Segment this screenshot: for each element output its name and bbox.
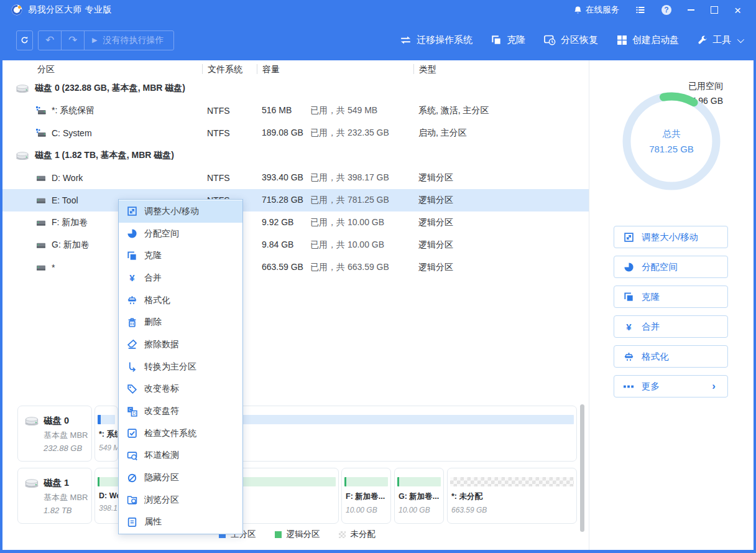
table-row-f-volume[interactable]: F: 新加卷 9.92 GB已用，共 10.00 GB 逻辑分区 [2, 211, 589, 234]
titlebar: 易我分区大师 专业版 在线服务 ? × [0, 0, 756, 20]
diskmap-partition-f-volume[interactable]: F: 新加卷... 10.00 GB [341, 468, 391, 524]
legend-label: 未分配 [351, 529, 376, 540]
table-row-d-work[interactable]: D: Work NTFS 393.40 GB已用，共 398.17 GB 逻辑分… [2, 167, 589, 189]
partition-label: G: 新加卷... [399, 491, 443, 502]
explore-partition-icon [127, 495, 137, 505]
toolbar: ↶ ↷ ▶ 没有待执行操作 迁移操作系统 克隆 分区恢复 [0, 20, 756, 60]
partition-recovery-button[interactable]: 分区恢复 [544, 34, 598, 46]
format-icon [624, 351, 634, 362]
undo-icon: ↶ [45, 34, 54, 47]
sidebar-merge-button[interactable]: ¥ 合并 [614, 315, 728, 338]
online-service-label: 在线服务 [586, 4, 619, 16]
menu-item-format[interactable]: 格式化 [119, 289, 242, 312]
table-row-unallocated[interactable]: * 663.59 GB已用，共 663.59 GB 逻辑分区 [2, 256, 589, 279]
menu-item-merge[interactable]: ¥合并 [119, 267, 242, 289]
system-partition-icon [36, 106, 46, 115]
menu-label: 格式化 [144, 295, 170, 306]
header-filesystem[interactable]: 文件系统 [202, 64, 257, 74]
wipe-data-icon [127, 339, 137, 350]
type-cell: 逻辑分区 [413, 262, 589, 273]
operation-list-button[interactable] [635, 5, 645, 15]
allocate-space-icon [127, 228, 137, 239]
action-label: 工具 [712, 34, 731, 46]
menu-label: 擦除数据 [144, 339, 179, 350]
type-cell: 逻辑分区 [413, 217, 589, 228]
delete-icon [127, 317, 137, 328]
diskmap-partition-system-reserved[interactable]: *: 系统保留 549 MB [94, 406, 118, 462]
menu-item-allocate-space[interactable]: 分配空间 [119, 223, 242, 245]
sidebar-format-button[interactable]: 格式化 [614, 345, 728, 368]
table-row-e-tool[interactable]: E: Tool NTFS 715.28 GB已用，共 781.25 GB 逻辑分… [2, 189, 589, 211]
menu-item-change-label[interactable]: 改变卷标 [119, 378, 242, 401]
header-partition[interactable]: 分区 [16, 64, 202, 74]
minimize-button[interactable] [688, 9, 694, 11]
tools-button[interactable]: 工具 [698, 34, 742, 46]
disk-name: 磁盘 0 (232.88 GB, 基本盘, MBR 磁盘) [35, 83, 185, 94]
vertical-scrollbar[interactable] [580, 404, 584, 532]
type-cell: 启动, 主分区 [413, 128, 589, 139]
menu-item-delete[interactable]: 删除 [119, 311, 242, 333]
migrate-os-button[interactable]: 迁移操作系统 [400, 34, 472, 46]
refresh-button[interactable] [16, 30, 33, 50]
boot-disk-button[interactable]: 创建启动盘 [617, 34, 679, 46]
diskmap-partition-g-volume[interactable]: G: 新加卷... 10.00 GB [394, 468, 444, 524]
pending-operations-label: 没有待执行操作 [103, 35, 164, 46]
sidebar-resize-move-button[interactable]: 调整大小/移动 [614, 226, 728, 248]
table-row-c-system[interactable]: C: System NTFS 189.08 GB已用，共 232.35 GB 启… [2, 122, 589, 144]
action-label: 克隆 [507, 34, 525, 46]
menu-label: 调整大小/移动 [144, 206, 199, 217]
capacity-cell: 393.40 GB已用，共 398.17 GB [257, 172, 413, 184]
menu-item-check-filesystem[interactable]: 检查文件系统 [119, 422, 242, 445]
menu-item-convert-to-primary[interactable]: 转换为主分区 [119, 356, 242, 378]
more-icon [624, 381, 634, 392]
sidebar-allocate-space-button[interactable]: 分配空间 [614, 256, 728, 278]
change-label-icon [127, 384, 137, 394]
minimize-icon [688, 9, 694, 11]
partition-icon [36, 241, 46, 249]
disk-size: 1.82 TB [44, 506, 88, 515]
partition-icon [36, 218, 46, 227]
menu-label: 改变卷标 [144, 383, 179, 394]
help-button[interactable]: ? [662, 5, 671, 15]
disk-name: 磁盘 1 [44, 477, 88, 489]
action-label: 分区恢复 [561, 34, 598, 46]
sidebar-clone-button[interactable]: 克隆 [614, 286, 728, 308]
menu-label: 改变盘符 [144, 406, 179, 417]
hdd-icon [16, 84, 29, 93]
undo-button[interactable]: ↶ [39, 31, 61, 50]
partition-label: F: 新加卷... [346, 491, 390, 502]
menu-item-clone[interactable]: 克隆 [119, 244, 242, 267]
menu-item-wipe-data[interactable]: 擦除数据 [119, 333, 242, 356]
menu-item-resize-move[interactable]: 调整大小/移动 [119, 200, 242, 223]
resize-move-icon [127, 206, 137, 216]
diskmap-partition-unallocated[interactable]: *: 未分配 663.59 GB [447, 468, 577, 524]
table-row-g-volume[interactable]: G: 新加卷 9.84 GB已用，共 10.00 GB 逻辑分区 [2, 234, 589, 256]
button-label: 调整大小/移动 [642, 231, 698, 243]
execute-operations-button[interactable]: ▶ 没有待执行操作 [85, 31, 173, 50]
close-button[interactable]: × [734, 4, 741, 16]
redo-button[interactable]: ↷ [62, 31, 84, 50]
table-row-disk1[interactable]: 磁盘 1 (1.82 TB, 基本盘, MBR 磁盘) [2, 144, 589, 167]
partition-icon [36, 263, 46, 272]
maximize-icon [711, 6, 718, 14]
type-cell: 逻辑分区 [413, 239, 589, 251]
menu-label: 删除 [144, 317, 162, 328]
menu-item-explore-partition[interactable]: 浏览分区 [119, 489, 242, 511]
app-logo-icon [11, 4, 22, 16]
header-capacity[interactable]: 容量 [257, 64, 413, 74]
table-row-system-reserved[interactable]: *: 系统保留 NTFS 516 MB已用，共 549 MB 系统, 激活, 主… [2, 100, 589, 122]
sidebar-more-button[interactable]: 更多 › [614, 375, 728, 397]
capacity-cell: 663.59 GB已用，共 663.59 GB [257, 262, 413, 273]
clone-button[interactable]: 克隆 [491, 34, 525, 46]
migrate-os-icon [400, 35, 412, 45]
menu-item-properties[interactable]: 属性 [119, 511, 242, 534]
app-window: 易我分区大师 专业版 在线服务 ? × ↶ ↷ [0, 0, 756, 553]
table-row-disk0[interactable]: 磁盘 0 (232.88 GB, 基本盘, MBR 磁盘) [2, 77, 589, 100]
online-service-button[interactable]: 在线服务 [573, 4, 619, 16]
maximize-button[interactable] [711, 6, 718, 14]
menu-item-surface-test[interactable]: 坏道检测 [119, 445, 242, 467]
partition-size: 663.59 GB [451, 506, 576, 514]
menu-item-hide-partition[interactable]: 隐藏分区 [119, 467, 242, 489]
header-type[interactable]: 类型 [413, 64, 589, 74]
menu-item-change-drive-letter[interactable]: CD改变盘符 [119, 400, 242, 422]
